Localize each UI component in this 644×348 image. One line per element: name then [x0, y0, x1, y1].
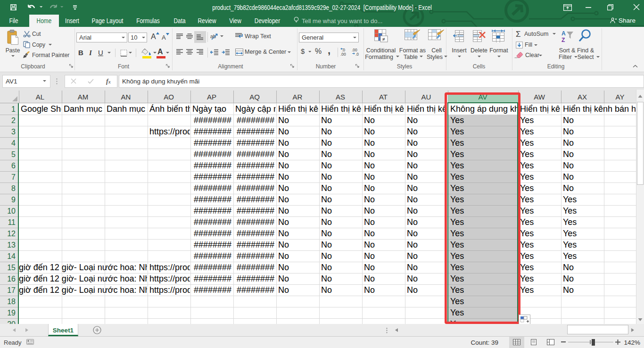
svg-text:A: A: [561, 30, 566, 37]
svg-text:.00: .00: [340, 52, 346, 57]
svg-text:Z: Z: [561, 37, 565, 43]
svg-text:≠: ≠: [382, 36, 385, 42]
